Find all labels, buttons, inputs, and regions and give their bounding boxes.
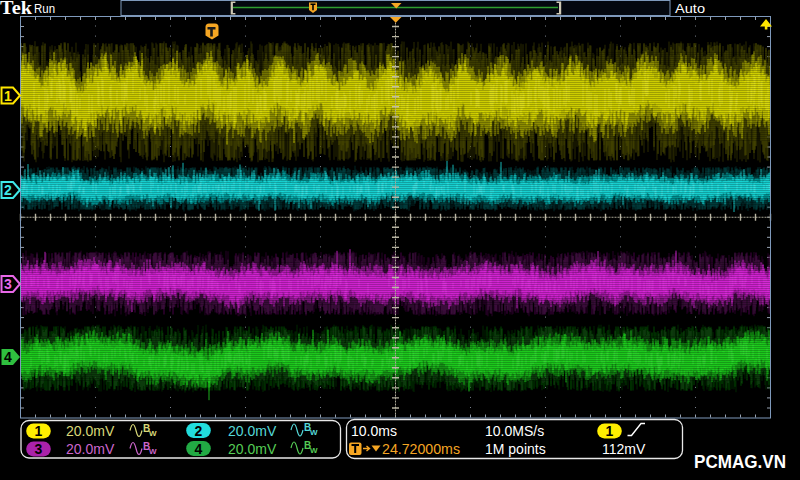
svg-text:24.72000ms: 24.72000ms <box>382 441 460 457</box>
svg-text:Tek: Tek <box>0 0 32 18</box>
svg-text:10.0ms: 10.0ms <box>351 423 397 439</box>
svg-text:W: W <box>310 428 318 437</box>
svg-text:20.0mV: 20.0mV <box>66 423 115 439</box>
svg-text:Run: Run <box>34 2 55 16</box>
svg-text:112mV: 112mV <box>602 441 646 457</box>
svg-text:4: 4 <box>4 349 12 365</box>
svg-text:20.0mV: 20.0mV <box>66 441 115 457</box>
svg-text:20.0mV: 20.0mV <box>228 441 277 457</box>
svg-text:W: W <box>310 446 318 455</box>
svg-text:W: W <box>149 429 157 438</box>
svg-text:10.0MS/s: 10.0MS/s <box>485 423 544 439</box>
svg-text:1: 1 <box>35 423 43 439</box>
svg-text:W: W <box>149 447 157 456</box>
svg-text:2: 2 <box>195 423 203 439</box>
svg-text:PCMAG.VN: PCMAG.VN <box>694 451 786 472</box>
svg-text:20.0mV: 20.0mV <box>228 423 277 439</box>
svg-text:Auto: Auto <box>675 2 705 16</box>
svg-text:3: 3 <box>35 441 43 457</box>
svg-text:2: 2 <box>4 182 12 198</box>
svg-text:4: 4 <box>195 441 203 457</box>
svg-text:1: 1 <box>606 423 614 439</box>
svg-text:3: 3 <box>4 276 12 292</box>
svg-text:1: 1 <box>4 88 12 104</box>
svg-text:1M points: 1M points <box>485 441 546 457</box>
